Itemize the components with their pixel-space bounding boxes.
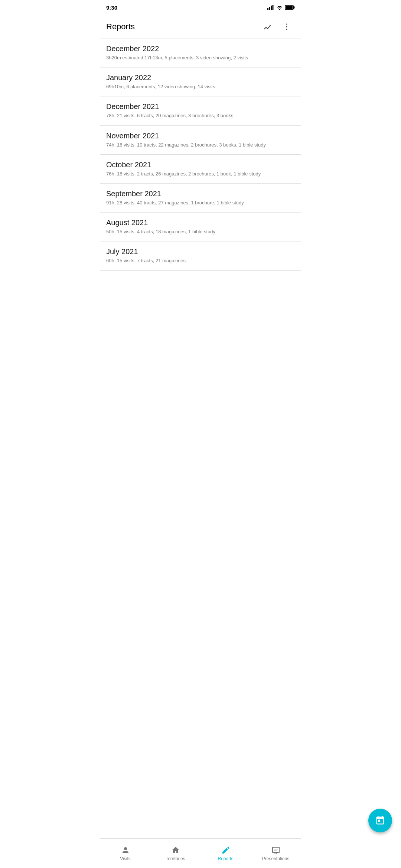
chart-icon — [263, 22, 272, 31]
report-item-dec2021[interactable]: December 202178h, 21 visits, 6 tracts, 2… — [100, 96, 301, 125]
more-options-icon — [282, 22, 291, 31]
report-item-jan2022[interactable]: January 202269h10m, 6 placements, 12 vid… — [100, 68, 301, 96]
nav-territories-label: Territories — [166, 856, 185, 861]
report-subtitle: 60h, 15 visits, 7 tracts, 21 magazines — [106, 257, 295, 264]
chart-button[interactable] — [259, 19, 276, 35]
nav-reports-label: Reports — [218, 856, 233, 861]
home-icon — [171, 846, 180, 855]
nav-presentations[interactable]: Presentations — [251, 839, 301, 868]
svg-rect-5 — [294, 6, 294, 9]
battery-icon — [285, 5, 295, 10]
report-title: July 2021 — [106, 247, 295, 256]
report-item-sep2021[interactable]: September 202191h, 28 visits, 40 tracts,… — [100, 184, 301, 213]
svg-rect-3 — [273, 5, 274, 10]
report-title: January 2022 — [106, 73, 295, 82]
person-icon — [121, 846, 130, 855]
status-bar: 9:30 — [100, 0, 301, 15]
report-item-oct2021[interactable]: October 202176h, 18 visits, 2 tracts, 26… — [100, 155, 301, 184]
bottom-nav: Visits Territories Reports Presentations — [100, 838, 301, 868]
more-options-button[interactable] — [278, 19, 295, 35]
svg-rect-11 — [274, 850, 277, 851]
nav-presentations-label: Presentations — [262, 856, 289, 861]
report-subtitle: 3h20m estimated 17h13m, 5 placements, 3 … — [106, 55, 295, 61]
report-subtitle: 50h, 15 visits, 4 tracts, 18 magazines, … — [106, 228, 295, 235]
report-subtitle: 78h, 21 visits, 6 tracts, 20 magazines, … — [106, 112, 295, 119]
nav-visits-label: Visits — [120, 856, 130, 861]
page-title: Reports — [106, 22, 135, 32]
svg-point-8 — [286, 26, 287, 27]
report-item-dec2022[interactable]: December 20223h20m estimated 17h13m, 5 p… — [100, 39, 301, 68]
svg-rect-2 — [271, 6, 272, 10]
wifi-icon — [276, 5, 283, 10]
signal-icon — [267, 5, 274, 10]
report-title: October 2021 — [106, 161, 295, 169]
report-title: November 2021 — [106, 132, 295, 140]
svg-rect-1 — [269, 7, 270, 10]
edit-icon — [221, 846, 230, 855]
report-title: December 2022 — [106, 45, 295, 53]
svg-rect-10 — [274, 849, 278, 849]
nav-reports[interactable]: Reports — [200, 839, 251, 868]
svg-point-9 — [286, 29, 287, 30]
svg-point-7 — [286, 23, 287, 24]
report-subtitle: 91h, 28 visits, 40 tracts, 27 magazines,… — [106, 200, 295, 206]
presentation-icon — [271, 846, 280, 855]
nav-territories[interactable]: Territories — [150, 839, 200, 868]
report-list: December 20223h20m estimated 17h13m, 5 p… — [100, 39, 301, 304]
report-title: September 2021 — [106, 190, 295, 198]
status-icons — [267, 5, 295, 10]
report-item-nov2021[interactable]: November 202174h, 18 visits, 10 tracts, … — [100, 126, 301, 155]
svg-rect-6 — [286, 6, 293, 9]
app-bar: Reports — [100, 15, 301, 39]
report-item-aug2021[interactable]: August 202150h, 15 visits, 4 tracts, 18 … — [100, 213, 301, 241]
report-subtitle: 69h10m, 6 placements, 12 video showing, … — [106, 83, 295, 90]
report-subtitle: 76h, 18 visits, 2 tracts, 26 magazines, … — [106, 171, 295, 177]
nav-visits[interactable]: Visits — [100, 839, 150, 868]
svg-rect-0 — [267, 8, 268, 10]
report-subtitle: 74h, 18 visits, 10 tracts, 22 magazines,… — [106, 142, 295, 148]
report-title: August 2021 — [106, 218, 295, 227]
status-time: 9:30 — [106, 4, 117, 11]
report-item-jul2021[interactable]: July 202160h, 15 visits, 7 tracts, 21 ma… — [100, 241, 301, 270]
report-title: December 2021 — [106, 102, 295, 111]
app-bar-actions — [259, 19, 295, 35]
